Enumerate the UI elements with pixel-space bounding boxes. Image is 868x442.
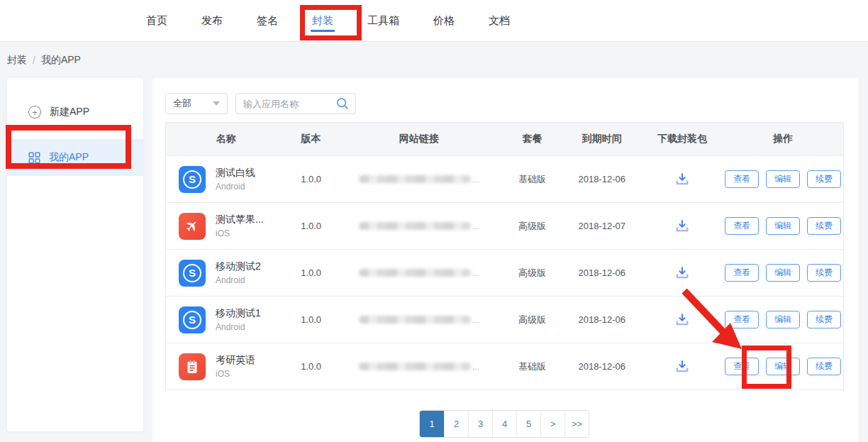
renew-button[interactable]: 续费	[807, 264, 841, 282]
renew-button[interactable]: 续费	[807, 170, 841, 188]
app-version: 1.0.0	[286, 314, 336, 325]
website-link-redacted	[359, 175, 471, 183]
edit-button[interactable]: 编辑	[766, 311, 800, 328]
table-row: S✈ 测试苹果... iOS 1.0.0 ... 高级版 2018-12-07 …	[166, 202, 843, 249]
website-link-redacted	[359, 363, 471, 370]
app-name: 移动测试1	[216, 307, 261, 320]
app-platform: iOS	[216, 228, 264, 238]
nav-tab-docs[interactable]: 文档	[489, 0, 510, 42]
edit-button[interactable]: 编辑	[766, 217, 800, 235]
link-ellipsis: ...	[472, 268, 479, 278]
col-header-name: 名称	[166, 133, 286, 145]
page-button-1[interactable]: 1	[420, 411, 444, 437]
edit-button[interactable]: 编辑	[766, 264, 800, 282]
search-input[interactable]	[243, 99, 335, 109]
pagination: 1 2 3 4 5 > >>	[419, 410, 589, 438]
table-row: S✈ 移动测试1 Android 1.0.0 ... 高级版 2018-12-0…	[166, 296, 843, 343]
sidebar-item-new-app[interactable]: + 新建APP	[7, 94, 143, 131]
expiry-date: 2018-12-06	[562, 267, 642, 278]
breadcrumb-separator: /	[33, 55, 35, 66]
page-button-2[interactable]: 2	[444, 411, 468, 437]
link-ellipsis: ...	[472, 221, 479, 231]
page-button-3[interactable]: 3	[468, 411, 492, 437]
app-icon: S✈	[179, 306, 206, 333]
app-version: 1.0.0	[286, 221, 336, 231]
view-button[interactable]: 查看	[725, 311, 759, 328]
nav-tab-home[interactable]: 首页	[146, 0, 167, 42]
app-plan: 基础版	[502, 173, 562, 186]
top-nav: 首页 发布 签名 封装 工具箱 价格 文档	[0, 0, 868, 42]
sidebar: + 新建APP 我的APP	[7, 78, 143, 431]
app-name: 移动测试2	[216, 260, 261, 273]
app-name: 考研英语	[216, 354, 255, 367]
col-header-link: 网站链接	[336, 133, 503, 145]
expiry-date: 2018-12-07	[562, 221, 642, 231]
app-version: 1.0.0	[286, 174, 336, 184]
app-name: 测试白线	[216, 167, 255, 179]
app-icon: S✈	[179, 166, 206, 193]
renew-button[interactable]: 续费	[807, 358, 841, 375]
download-icon[interactable]	[674, 218, 691, 234]
website-link-redacted	[359, 269, 471, 277]
nav-tab-toolbox[interactable]: 工具箱	[367, 0, 399, 42]
app-table: 名称 版本 网站链接 套餐 到期时间 下载封装包 操作 S✈ 测试白线 Andr…	[165, 122, 844, 390]
download-icon[interactable]	[674, 358, 691, 375]
table-header-row: 名称 版本 网站链接 套餐 到期时间 下载封装包 操作	[166, 123, 843, 155]
col-header-plan: 套餐	[502, 133, 562, 145]
app-icon: S✈	[179, 353, 206, 380]
download-icon[interactable]	[674, 265, 691, 281]
app-platform: iOS	[216, 369, 255, 379]
view-button[interactable]: 查看	[725, 264, 759, 282]
page-button-5[interactable]: 5	[516, 411, 540, 437]
plus-circle-icon: +	[28, 106, 41, 118]
app-platform: Android	[216, 182, 255, 192]
page-last-button[interactable]: >>	[564, 411, 589, 437]
view-button[interactable]: 查看	[725, 217, 759, 235]
category-selected-value: 全部	[173, 97, 191, 110]
app-platform: Android	[216, 322, 261, 332]
view-button[interactable]: 查看	[725, 358, 759, 375]
app-icon: S✈	[179, 213, 206, 240]
expiry-date: 2018-12-06	[562, 314, 642, 325]
app-version: 1.0.0	[286, 361, 336, 372]
chevron-down-icon	[213, 101, 220, 106]
page-next-button[interactable]: >	[540, 411, 564, 437]
link-ellipsis: ...	[472, 175, 479, 184]
page-button-4[interactable]: 4	[492, 411, 516, 437]
table-row: S✈ 移动测试2 Android 1.0.0 ... 高级版 2018-12-0…	[166, 249, 843, 296]
expiry-date: 2018-12-06	[562, 174, 642, 184]
nav-tab-pricing[interactable]: 价格	[433, 0, 455, 42]
sidebar-item-label: 新建APP	[50, 106, 89, 118]
app-version: 1.0.0	[286, 267, 336, 278]
col-header-version: 版本	[286, 133, 336, 145]
app-icon: S✈	[179, 260, 206, 287]
sidebar-item-my-app[interactable]: 我的APP	[7, 139, 143, 176]
app-plan: 高级版	[502, 220, 562, 233]
nav-tab-package[interactable]: 封装	[312, 0, 333, 42]
view-button[interactable]: 查看	[725, 170, 759, 188]
renew-button[interactable]: 续费	[807, 217, 841, 235]
search-icon[interactable]	[335, 96, 350, 111]
col-header-expiry: 到期时间	[562, 133, 642, 145]
website-link-redacted	[359, 222, 471, 230]
main-content: 全部 名称 版本 网站链接 套餐 到期时间 下载封装包 操作 S✈	[152, 78, 858, 442]
app-name: 测试苹果...	[216, 214, 264, 226]
renew-button[interactable]: 续费	[807, 311, 841, 328]
table-row: S✈ 考研英语 iOS 1.0.0 ... 基础版 2018-12-06 查看 …	[166, 343, 843, 389]
nav-tab-publish[interactable]: 发布	[201, 0, 223, 42]
breadcrumb-root[interactable]: 封装	[7, 54, 27, 67]
download-icon[interactable]	[674, 171, 691, 187]
app-plan: 高级版	[502, 314, 562, 326]
nav-tab-sign[interactable]: 签名	[257, 0, 278, 42]
app-platform: Android	[216, 275, 261, 285]
sidebar-item-label: 我的APP	[49, 151, 89, 164]
expiry-date: 2018-12-06	[562, 361, 642, 372]
app-plan: 基础版	[502, 360, 562, 373]
breadcrumb: 封装 / 我的APP	[7, 54, 81, 67]
edit-button[interactable]: 编辑	[766, 170, 800, 188]
download-icon[interactable]	[674, 311, 691, 328]
edit-button-highlighted[interactable]: 编辑	[766, 358, 800, 375]
link-ellipsis: ...	[472, 362, 479, 372]
search-box	[235, 93, 356, 114]
category-select[interactable]: 全部	[165, 93, 228, 114]
